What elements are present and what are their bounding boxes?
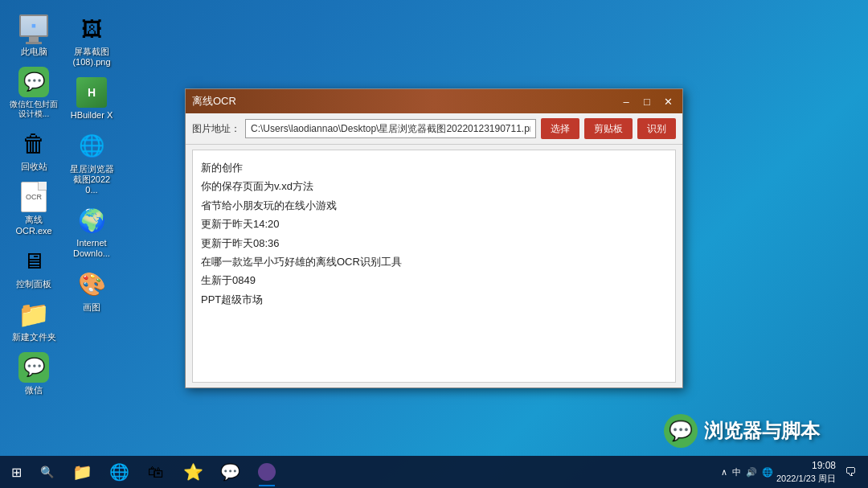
- browser-screenshot-icon: 🌐: [76, 131, 107, 162]
- hbuilder-label: HBuilder X: [71, 110, 113, 121]
- taskbar-star-browser[interactable]: ⭐: [175, 456, 211, 488]
- wechat-icon: 💬: [18, 352, 49, 383]
- minimize-button[interactable]: –: [618, 94, 634, 109]
- desktop: ◼ 此电脑 💬 微信红包封面设计模... 🗑 回收站 OCR 离线OCR.exe: [0, 0, 868, 488]
- desktop-icons-area: ◼ 此电脑 💬 微信红包封面设计模... 🗑 回收站 OCR 离线OCR.exe: [0, 4, 122, 454]
- taskbar-wechat-icon: 💬: [220, 462, 240, 482]
- taskbar-apps: 📁 🌐 🛍 ⭐ 💬: [61, 456, 719, 488]
- new-folder-icon: 📁: [18, 299, 49, 330]
- clock-area[interactable]: 19:08 2022/1/23 周日: [776, 460, 836, 484]
- ocr-line-8: PPT超级市场: [201, 290, 667, 309]
- ocr-icon: OCR: [18, 182, 49, 212]
- taskbar-edge[interactable]: 🌐: [101, 456, 137, 488]
- maximize-button[interactable]: □: [639, 94, 655, 109]
- taskbar-store[interactable]: 🛍: [138, 456, 174, 488]
- ie-download-label: InternetDownlo...: [73, 238, 110, 259]
- system-tray-icons: ∧ 中 🔊 🌐: [721, 466, 773, 478]
- ocr-line-6: 在哪一款迄早小巧好雄的离线OCR识别工具: [201, 252, 667, 271]
- clock-time: 19:08: [776, 460, 836, 473]
- this-pc-label: 此电脑: [21, 47, 47, 57]
- close-button[interactable]: ✕: [660, 94, 676, 109]
- this-pc-icon: ◼: [18, 14, 49, 44]
- desktop-icon-recycle[interactable]: 🗑 回收站: [6, 125, 61, 175]
- tray-ime-icon[interactable]: 中: [732, 466, 741, 478]
- taskbar-wechat[interactable]: 💬: [212, 456, 248, 488]
- browser-screenshot-label: 星居浏览器截图20220...: [68, 164, 116, 196]
- ie-download-icon: 🌍: [76, 205, 107, 236]
- control-panel-label: 控制面板: [16, 279, 51, 289]
- taskbar-app6[interactable]: [249, 456, 285, 488]
- wechat-label: 微信: [25, 385, 43, 396]
- paint-icon: 🎨: [76, 269, 107, 300]
- ocr-content-area: 新的创作 你的保存页面为v.xd方法 省节给小朋友玩的在线小游戏 更新于昨天14…: [192, 150, 676, 383]
- desktop-icon-browser-screenshot[interactable]: 🌐 星居浏览器截图20220...: [64, 128, 119, 199]
- start-icon: ⊞: [11, 465, 22, 480]
- wechat-brand: 💬 浏览器与脚本: [664, 414, 820, 448]
- recycle-label: 回收站: [21, 162, 47, 172]
- clock-date: 2022/1/23 周日: [776, 473, 836, 484]
- edge-icon: 🌐: [109, 462, 129, 482]
- taskbar-tray: ∧ 中 🔊 🌐 19:08 2022/1/23 周日 🗨: [721, 456, 868, 488]
- tray-caret-icon[interactable]: ∧: [721, 467, 727, 478]
- paint-label: 画图: [83, 302, 100, 313]
- desktop-icon-ocr[interactable]: OCR 离线OCR.exe: [6, 178, 61, 239]
- taskbar-search-button[interactable]: 🔍: [34, 456, 59, 488]
- ocr-line-4: 更新于昨天14:20: [201, 215, 667, 233]
- tray-network-icon[interactable]: 🌐: [762, 467, 773, 478]
- ocr-titlebar: 离线OCR – □ ✕: [186, 89, 682, 113]
- taskbar-app6-icon: [258, 463, 276, 481]
- screenshot-icon: 🖼: [76, 14, 107, 44]
- desktop-icon-screenshot[interactable]: 🖼 屏幕截图(108).png: [64, 10, 119, 71]
- taskbar: ⊞ 🔍 📁 🌐 🛍 ⭐ 💬: [0, 456, 868, 488]
- recycle-icon: 🗑: [18, 129, 49, 159]
- ocr-line-5: 更新于昨天08:36: [201, 234, 667, 252]
- taskbar-file-explorer[interactable]: 📁: [64, 456, 100, 488]
- hbuilder-icon: H: [76, 77, 107, 108]
- desktop-icon-wechat-design[interactable]: 💬 微信红包封面设计模...: [6, 64, 61, 122]
- path-input[interactable]: [245, 119, 536, 138]
- wechat-design-icon: 💬: [18, 67, 49, 97]
- ocr-label: 离线OCR.exe: [15, 215, 51, 236]
- store-icon: 🛍: [148, 463, 164, 482]
- ocr-toolbar: 图片地址： 选择 剪贴板 识别: [186, 113, 682, 145]
- desktop-icon-this-pc[interactable]: ◼ 此电脑: [6, 10, 61, 60]
- screenshot-label: 屏幕截图(108).png: [72, 47, 110, 68]
- star-browser-icon: ⭐: [183, 462, 203, 482]
- search-icon: 🔍: [40, 465, 54, 478]
- ocr-line-3: 省节给小朋友玩的在线小游戏: [201, 196, 667, 215]
- ocr-window: 离线OCR – □ ✕ 图片地址： 选择 剪贴板 识别 新的创作 你的保存页面为…: [185, 88, 683, 388]
- wechat-design-label: 微信红包封面设计模...: [10, 100, 58, 119]
- new-folder-label: 新建文件夹: [12, 332, 56, 342]
- wechat-brand-icon: 💬: [664, 414, 698, 448]
- control-panel-icon: 🖥: [18, 246, 49, 277]
- desktop-icon-paint[interactable]: 🎨 画图: [64, 266, 119, 316]
- desktop-icon-new-folder[interactable]: 📁 新建文件夹: [6, 296, 61, 346]
- clipboard-button[interactable]: 剪贴板: [584, 118, 633, 139]
- notification-icon: 🗨: [845, 465, 856, 478]
- desktop-icon-ie-download[interactable]: 🌍 InternetDownlo...: [64, 202, 119, 262]
- ocr-line-1: 新的创作: [201, 158, 667, 177]
- window-controls: – □ ✕: [618, 94, 676, 109]
- path-label: 图片地址：: [192, 122, 240, 136]
- wechat-brand-text: 浏览器与脚本: [704, 418, 820, 444]
- notification-button[interactable]: 🗨: [839, 456, 862, 488]
- desktop-icon-hbuilder[interactable]: H HBuilder X: [64, 74, 119, 124]
- desktop-icon-wechat[interactable]: 💬 微信: [6, 349, 61, 399]
- recognize-button[interactable]: 识别: [637, 118, 676, 139]
- desktop-icon-control-panel[interactable]: 🖥 控制面板: [6, 243, 61, 293]
- start-button[interactable]: ⊞: [0, 456, 32, 488]
- select-button[interactable]: 选择: [541, 118, 579, 139]
- ocr-line-2: 你的保存页面为v.xd方法: [201, 177, 667, 195]
- ocr-line-7: 生新于0849: [201, 271, 667, 289]
- file-explorer-icon: 📁: [72, 462, 92, 482]
- ocr-title: 离线OCR: [192, 94, 236, 109]
- tray-volume-icon[interactable]: 🔊: [746, 467, 757, 478]
